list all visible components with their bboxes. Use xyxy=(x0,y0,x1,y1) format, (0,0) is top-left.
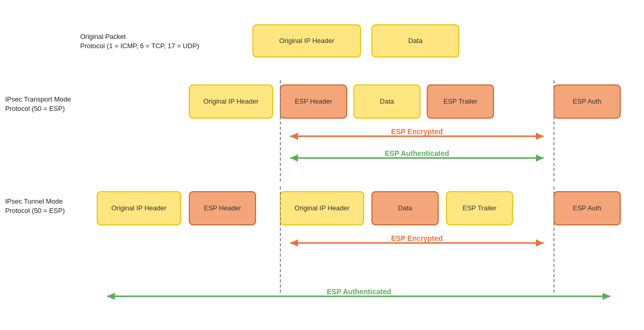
svg-text:ESP Encrypted: ESP Encrypted xyxy=(391,128,443,136)
transport-encrypted-arrow: ESP Encrypted xyxy=(280,128,554,144)
svg-marker-9 xyxy=(290,239,298,247)
box-data-transport: Data xyxy=(353,84,421,119)
svg-marker-5 xyxy=(290,154,298,162)
svg-marker-2 xyxy=(536,133,544,140)
original-packet-label: Original Packet Protocol (1 = ICMP, 6 = … xyxy=(80,32,199,51)
box-esp-header-transport: ESP Header xyxy=(280,84,347,119)
svg-marker-13 xyxy=(107,293,115,300)
tunnel-authenticated-arrow: ESP Authenticated xyxy=(97,289,621,304)
svg-marker-10 xyxy=(536,239,544,247)
diagram-container: Original Packet Protocol (1 = ICMP, 6 = … xyxy=(0,0,644,330)
box-orig-ip-header-tunnel2: Original IP Header xyxy=(280,191,364,225)
svg-marker-1 xyxy=(290,133,298,140)
box-orig-ip-header-1: Original IP Header xyxy=(252,24,361,58)
svg-marker-14 xyxy=(603,293,610,300)
box-esp-trailer-transport: ESP Trailer xyxy=(427,84,494,119)
svg-text:ESP Encrypted: ESP Encrypted xyxy=(391,235,443,242)
transport-mode-label: IPsec Transport Mode Protocol (50 = ESP) xyxy=(5,95,71,113)
svg-marker-6 xyxy=(536,154,544,162)
box-esp-trailer-tunnel: ESP Trailer xyxy=(446,191,513,225)
box-esp-auth-transport: ESP Auth xyxy=(553,84,621,119)
tunnel-encrypted-arrow: ESP Encrypted xyxy=(280,235,554,251)
svg-text:ESP Authenticated: ESP Authenticated xyxy=(385,150,449,157)
box-data-1: Data xyxy=(371,24,459,58)
transport-authenticated-arrow: ESP Authenticated xyxy=(280,150,554,166)
box-data-tunnel: Data xyxy=(371,191,439,225)
box-esp-header-tunnel: ESP Header xyxy=(189,191,256,225)
svg-text:ESP Authenticated: ESP Authenticated xyxy=(327,289,391,296)
box-esp-auth-tunnel: ESP Auth xyxy=(553,191,621,225)
box-orig-ip-header-transport: Original IP Header xyxy=(189,84,273,119)
box-orig-ip-header-tunnel: Original IP Header xyxy=(97,191,181,225)
tunnel-mode-label: IPsec Tunnel Mode Protocol (50 = ESP) xyxy=(5,197,65,216)
